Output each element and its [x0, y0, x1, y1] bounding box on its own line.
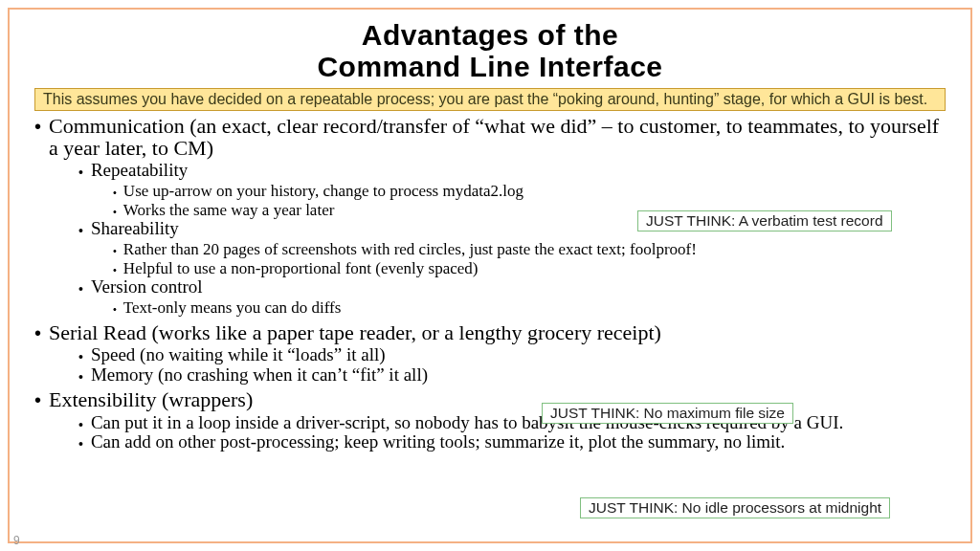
bullet-icon: • [78, 436, 83, 452]
sub-label: Shareability [91, 219, 179, 239]
callout-no-max-filesize: JUST THINK: No maximum file size [542, 403, 793, 424]
bullet-text: Communication (an exact, clear record/tr… [49, 115, 946, 159]
title-line-2: Command Line Interface [317, 51, 662, 82]
bullet-icon: • [78, 223, 83, 238]
bullet-icon: • [113, 206, 117, 217]
assumption-banner: This assumes you have decided on a repea… [34, 88, 946, 111]
bullet-icon: • [78, 349, 83, 364]
bullet-icon: • [113, 187, 117, 198]
page-number: 9 [13, 534, 20, 547]
sub-label: Repeatability [91, 161, 188, 181]
bullet-icon: • [34, 390, 41, 410]
subsub-text: Rather than 20 pages of screenshots with… [123, 240, 697, 259]
callout-no-idle-processors: JUST THINK: No idle processors at midnig… [580, 497, 890, 518]
bullet-icon: • [78, 369, 83, 385]
bullet-text: Extensibility (wrappers) [49, 388, 253, 410]
slide-frame: Advantages of the Command Line Interface… [8, 8, 972, 543]
sub-text: Memory (no crashing when it can’t “fit” … [91, 365, 428, 386]
bullet-icon: • [113, 245, 117, 256]
bullet-serial-read: • Serial Read (works like a paper tape r… [34, 321, 946, 386]
subsub-text: Helpful to use a non-proportional font (… [123, 259, 479, 278]
sub-version-control: • Version control • Text-only means you … [78, 277, 946, 317]
callout-verbatim-record: JUST THINK: A verbatim test record [637, 210, 892, 231]
bullet-icon: • [113, 303, 117, 315]
subsub-text: Works the same way a year later [123, 201, 334, 220]
bullet-icon: • [78, 281, 83, 297]
subsub-text: Use up-arrow on your history, change to … [123, 182, 523, 201]
title-line-1: Advantages of the [362, 19, 619, 51]
bullet-extensibility: • Extensibility (wrappers) • Can put it … [34, 388, 946, 452]
bullet-text: Serial Read (works like a paper tape rea… [49, 321, 661, 343]
sub-text: Can add on other post-processing; keep w… [91, 432, 785, 452]
bullet-icon: • [113, 264, 117, 276]
slide-title: Advantages of the Command Line Interface [10, 19, 970, 82]
sub-label: Version control [91, 277, 203, 298]
bullet-icon: • [78, 417, 83, 432]
bullet-icon: • [78, 165, 83, 180]
bullet-icon: • [34, 323, 41, 343]
bullet-icon: • [34, 117, 41, 137]
subsub-text: Text-only means you can do diffs [123, 298, 341, 318]
bullet-list: • Communication (an exact, clear record/… [34, 115, 946, 452]
sub-text: Speed (no waiting while it “loads” it al… [91, 345, 386, 365]
